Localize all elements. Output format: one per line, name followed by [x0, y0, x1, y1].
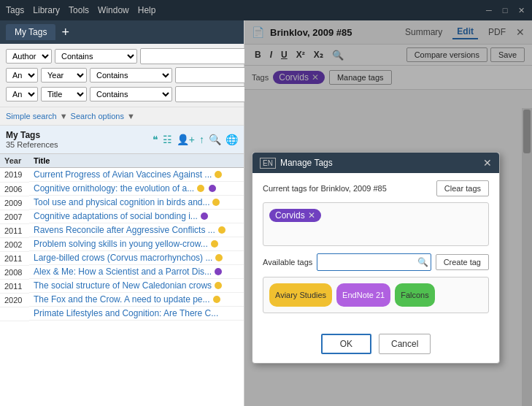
add-user-icon[interactable]: 👤+ — [177, 134, 195, 145]
year-column-header[interactable]: Year — [0, 154, 29, 168]
aviary-studies-tag[interactable]: Aviary Studies — [269, 283, 332, 307]
title-column-header[interactable]: Title — [29, 154, 244, 168]
table-row[interactable]: 2009Tool use and physical cognition in b… — [0, 196, 244, 210]
condition-select-2[interactable]: ContainsDoes not contain — [90, 68, 172, 83]
search-icon[interactable]: 🔍 — [209, 134, 221, 145]
purple-tag-dot — [209, 185, 216, 192]
title-cell[interactable]: Ravens Reconcile after Aggressive Confli… — [29, 223, 244, 237]
available-tags-input[interactable] — [317, 253, 431, 271]
title-cell[interactable]: Tool use and physical cognition in birds… — [29, 196, 244, 210]
year-cell: 2002 — [0, 237, 29, 251]
boolean-select-2[interactable]: AndOr — [6, 68, 38, 83]
quote-icon[interactable]: ❝ — [153, 134, 158, 145]
year-cell: 2019 — [0, 168, 29, 183]
table-row[interactable]: 2011Ravens Reconcile after Aggressive Co… — [0, 223, 244, 237]
current-corvids-remove[interactable]: ✕ — [308, 210, 315, 221]
table-row[interactable]: 2020The Fox and the Crow. A need to upda… — [0, 293, 244, 307]
title-cell[interactable]: Cognitive ornithology: the evolution of … — [29, 182, 244, 196]
list-icon[interactable]: ☷ — [163, 134, 172, 145]
dialog-close-button[interactable]: ✕ — [483, 157, 492, 169]
current-tags-info: Current tags for Brinklov, 2009 #85 — [263, 184, 431, 193]
table-row[interactable]: 2002Problem solving skills in young yell… — [0, 237, 244, 251]
title-text[interactable]: Primate Lifestyles and Cognition: Are Th… — [34, 308, 218, 318]
cancel-button[interactable]: Cancel — [379, 334, 431, 354]
field-select-1[interactable]: AuthorYearTitle — [6, 49, 52, 64]
create-tag-button[interactable]: Create tag — [436, 254, 489, 270]
table-row[interactable]: Primate Lifestyles and Cognition: Are Th… — [0, 307, 244, 321]
title-text[interactable]: Alex & Me: How a Scientist and a Parrot … — [34, 267, 212, 277]
table-row[interactable]: 2007Cognitive adaptations of social bond… — [0, 210, 244, 223]
boolean-select-3[interactable]: AndOr — [6, 87, 38, 102]
table-row[interactable]: 2008Alex & Me: How a Scientist and a Par… — [0, 265, 244, 279]
title-cell[interactable]: The Fox and the Crow. A need to update p… — [29, 293, 244, 307]
dialog-footer: OK Cancel — [252, 328, 499, 363]
my-tags-tab[interactable]: My Tags — [6, 24, 55, 40]
year-cell: 2009 — [0, 196, 29, 210]
menu-library[interactable]: Library — [33, 5, 60, 15]
available-tags-label: Available tags — [263, 258, 312, 267]
search-mode-bar: Simple search ▼ Search options ▼ — [0, 107, 244, 126]
mytags-icons: ❝ ☷ 👤+ ↑ 🔍 🌐 — [153, 134, 238, 145]
year-cell — [0, 307, 29, 321]
endnote-21-tag[interactable]: EndNote 21 — [336, 283, 390, 307]
title-cell[interactable]: Primate Lifestyles and Cognition: Are Th… — [29, 307, 244, 321]
table-row[interactable]: 2011Large-billed crows (Corvus macrorhyn… — [0, 251, 244, 265]
menu-tags[interactable]: Tags — [6, 5, 24, 15]
tag-dots — [208, 240, 218, 248]
title-text[interactable]: Problem solving skills in young yellow-c… — [34, 239, 208, 249]
dialog-title-text: Manage Tags — [280, 158, 483, 168]
field-select-2[interactable]: YearAuthorTitle — [41, 68, 87, 83]
title-cell[interactable]: Problem solving skills in young yellow-c… — [29, 237, 244, 251]
condition-select-1[interactable]: ContainsDoes not contain — [55, 49, 137, 64]
dialog-lang: EN — [260, 158, 276, 169]
search-options-arrow: ▼ — [127, 112, 135, 120]
menu-window[interactable]: Window — [98, 5, 129, 15]
main-layout: My Tags + AuthorYearTitle ContainsDoes n… — [0, 20, 532, 406]
yellow-tag-dot — [215, 282, 222, 289]
title-text[interactable]: Cognitive adaptations of social bonding … — [34, 211, 198, 221]
title-cell[interactable]: Current Progress of Avian Vaccines Again… — [29, 168, 244, 182]
clear-tags-button[interactable]: Clear tags — [436, 180, 489, 196]
title-text[interactable]: The Fox and the Crow. A need to update p… — [34, 294, 210, 304]
available-input-wrap: 🔍 — [317, 253, 431, 271]
menu-help[interactable]: Help — [138, 5, 156, 15]
table-row[interactable]: 2019Current Progress of Avian Vaccines A… — [0, 168, 244, 183]
current-tags-row: Current tags for Brinklov, 2009 #85 Clea… — [263, 180, 489, 196]
title-cell[interactable]: Cognitive adaptations of social bonding … — [29, 210, 244, 223]
tag-dots — [212, 268, 222, 275]
manage-tags-dialog: EN Manage Tags ✕ Current tags for Brinkl… — [252, 152, 500, 364]
yellow-tag-dot — [215, 171, 222, 178]
search-options-link[interactable]: Search options — [71, 112, 124, 120]
filter-input-1[interactable] — [140, 48, 248, 64]
menu-tools[interactable]: Tools — [69, 5, 89, 15]
simple-search-link[interactable]: Simple search — [6, 112, 57, 120]
table-row[interactable]: 2006Cognitive ornithology: the evolution… — [0, 182, 244, 196]
globe-icon[interactable]: 🌐 — [225, 134, 238, 145]
yellow-tag-dot — [211, 240, 218, 248]
title-text[interactable]: Tool use and physical cognition in birds… — [34, 197, 209, 207]
minimize-button[interactable]: ─ — [484, 5, 494, 15]
tag-dots — [215, 226, 225, 234]
field-select-3[interactable]: TitleAuthorYear — [41, 87, 87, 102]
title-cell[interactable]: Large-billed crows (Corvus macrorhynchos… — [29, 251, 244, 265]
export-icon[interactable]: ↑ — [199, 134, 204, 145]
current-corvids-label: Corvids — [275, 210, 305, 221]
reference-table-container: Year Title 2019Current Progress of Avian… — [0, 154, 244, 406]
table-row[interactable]: 2011The social structure of New Caledoni… — [0, 279, 244, 293]
year-cell: 2007 — [0, 210, 29, 223]
title-text[interactable]: The social structure of New Caledonian c… — [34, 280, 212, 291]
falcons-tag[interactable]: Falcons — [395, 283, 435, 307]
ok-button[interactable]: OK — [321, 334, 371, 354]
available-tags-row: Available tags 🔍 Create tag — [263, 253, 489, 271]
maximize-button[interactable]: □ — [500, 5, 510, 15]
title-text[interactable]: Cognitive ornithology: the evolution of … — [34, 183, 194, 194]
title-text[interactable]: Ravens Reconcile after Aggressive Confli… — [34, 225, 215, 235]
title-cell[interactable]: The social structure of New Caledonian c… — [29, 279, 244, 293]
title-cell[interactable]: Alex & Me: How a Scientist and a Parrot … — [29, 265, 244, 279]
current-corvids-chip[interactable]: Corvids ✕ — [269, 209, 321, 222]
close-button[interactable]: ✕ — [516, 5, 526, 15]
title-text[interactable]: Current Progress of Avian Vaccines Again… — [34, 169, 212, 180]
condition-select-3[interactable]: ContainsDoes not contain — [90, 87, 172, 102]
title-text[interactable]: Large-billed crows (Corvus macrorhynchos… — [34, 253, 212, 263]
add-tab-button[interactable]: + — [61, 26, 69, 39]
